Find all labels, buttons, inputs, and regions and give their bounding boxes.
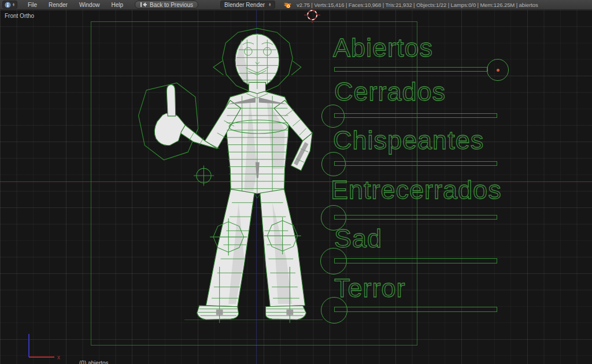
back-to-previous-button[interactable]: Back to Previous xyxy=(135,1,198,9)
back-arrow-icon xyxy=(140,2,147,8)
shape-key-label: Cerrados xyxy=(334,77,446,107)
blender-logo-icon xyxy=(283,1,292,9)
menu-file[interactable]: File xyxy=(22,2,43,8)
shape-key-label: Chispeantes xyxy=(333,125,484,155)
slider-track[interactable] xyxy=(334,215,497,220)
shape-key-label: Entrecerrados xyxy=(331,175,502,205)
menu-help[interactable]: Help xyxy=(105,2,129,8)
shape-key-label: Terror xyxy=(334,273,406,303)
menu-window[interactable]: Window xyxy=(73,2,106,8)
slider-track[interactable] xyxy=(334,307,497,312)
slider-track[interactable] xyxy=(334,113,497,118)
select-arrows-icon: ▲▼ xyxy=(268,3,271,6)
menu-render[interactable]: Render xyxy=(43,2,73,8)
shape-key-label: Sad xyxy=(334,224,382,254)
render-engine-select[interactable]: Blender Render ▲▼ xyxy=(220,1,275,9)
info-header: ▲▼ File Render Window Help Back to Previ… xyxy=(0,0,592,10)
blender-window: ▲▼ File Render Window Help Back to Previ… xyxy=(0,0,592,364)
dropdown-arrows-icon: ▲▼ xyxy=(12,3,15,6)
info-editor-icon xyxy=(5,2,11,8)
slider-track[interactable] xyxy=(334,258,497,263)
selected-origin-dot xyxy=(497,69,500,72)
scene-statistics: v2.75 | Verts:15,416 | Faces:10,968 | Tr… xyxy=(297,2,538,8)
slider-track[interactable] xyxy=(334,67,488,72)
shape-key-label: Abiertos xyxy=(333,33,433,63)
editor-type-dropdown[interactable]: ▲▼ xyxy=(2,1,17,9)
hip-controller[interactable] xyxy=(194,166,214,186)
slider-track[interactable] xyxy=(334,161,497,166)
3d-viewport[interactable]: Front Ortho (0) abiertos x xyxy=(0,10,592,364)
